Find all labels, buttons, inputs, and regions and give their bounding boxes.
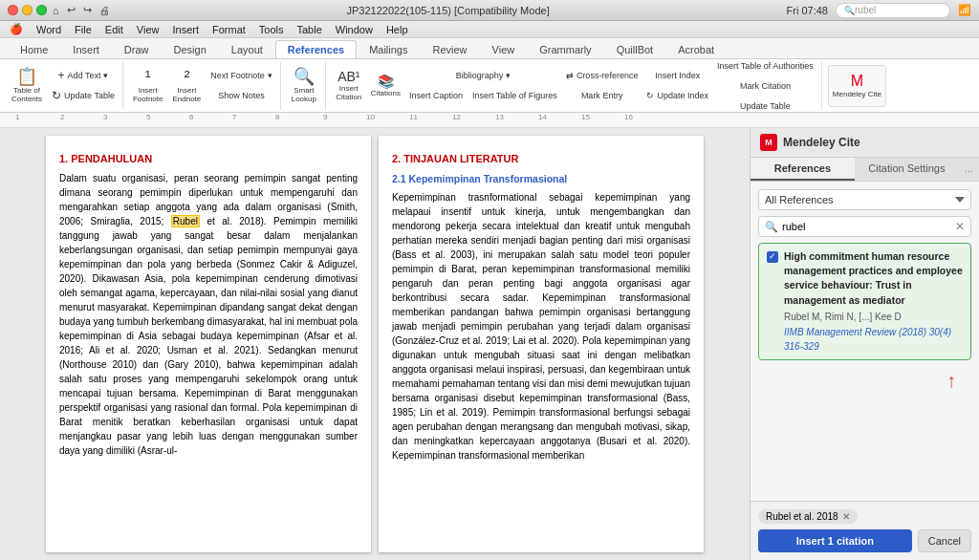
menu-apple[interactable]: 🍎: [4, 22, 29, 36]
mendeley-btn-icon: M: [851, 74, 863, 89]
print-icon[interactable]: 🖨: [99, 5, 110, 16]
insert-citation-button[interactable]: Insert 1 citation: [758, 529, 912, 552]
mark-entry-button[interactable]: Mark Entry: [562, 86, 642, 105]
citations-icon: 📚: [378, 75, 394, 88]
document-left-column[interactable]: 1. PENDAHULUAN Dalam suatu organisasi, p…: [46, 136, 371, 552]
tab-view[interactable]: View: [480, 40, 528, 58]
next-footnote-button[interactable]: Next Footnote ▾: [207, 66, 276, 85]
nav-icons: ⌂ ↩ ↪ 🖨: [53, 4, 110, 16]
ref-title: High commitment human resource managemen…: [784, 249, 963, 308]
menu-table[interactable]: Table: [292, 23, 328, 36]
show-notes-button[interactable]: Show Notes: [207, 86, 276, 105]
tab-review[interactable]: Review: [421, 40, 480, 58]
ref-card-content: ✓ High commitment human resource managem…: [767, 249, 963, 354]
cancel-button[interactable]: Cancel: [918, 529, 971, 552]
citations-button[interactable]: 📚 Citations: [367, 65, 404, 107]
update-table-authorities-button[interactable]: Update Table: [713, 97, 817, 114]
title-bar-right: Fri 07:48 🔍 rubel 📶: [787, 3, 971, 18]
insert-citation-label: InsertCitation: [336, 84, 361, 101]
left-column-text: Dalam suatu organisasi, peran seorang pe…: [59, 171, 358, 458]
mendeley-more-options[interactable]: ...: [959, 158, 979, 181]
ruler-mark: 16: [624, 113, 633, 121]
tab-quillbot[interactable]: QuillBot: [604, 40, 666, 58]
insert-index-button[interactable]: Insert Index: [642, 66, 712, 85]
menu-help[interactable]: Help: [381, 23, 414, 36]
ruler-mark: 3: [103, 113, 107, 121]
tab-design[interactable]: Design: [162, 40, 219, 58]
smart-lookup-button[interactable]: 🔍 SmartLookup: [287, 65, 321, 107]
clear-search-icon[interactable]: ✕: [955, 220, 965, 233]
add-text-label: Add Text: [68, 71, 101, 80]
forward-icon[interactable]: ↪: [83, 4, 92, 16]
ruler-mark: 12: [452, 113, 461, 121]
maximize-button[interactable]: [36, 5, 47, 15]
minimize-button[interactable]: [22, 5, 33, 15]
document-right-column[interactable]: 2. TINJAUAN LITERATUR 2.1 Kepemimpinan T…: [379, 136, 704, 552]
insert-authorities-button[interactable]: Insert Table of Authorities: [713, 59, 817, 75]
ref-checkbox[interactable]: ✓: [767, 251, 778, 263]
menu-tools[interactable]: Tools: [253, 23, 290, 36]
search-input[interactable]: [782, 221, 951, 232]
tab-insert[interactable]: Insert: [60, 40, 112, 58]
update-icon: ↻: [52, 90, 61, 101]
cross-reference-button[interactable]: ⇄ Cross-reference: [562, 66, 642, 85]
insert-figures-button[interactable]: Insert Table of Figures: [468, 86, 561, 105]
tab-grammarly[interactable]: Grammarly: [527, 40, 603, 58]
add-text-arrow: ▾: [103, 71, 108, 80]
ref-authors: Rubel M, Rimi N, [...] Kee D: [784, 311, 963, 325]
references-filter-select[interactable]: All References: [758, 189, 971, 210]
right-column-text: Kepemimpinan trasnformational sebagai ke…: [392, 190, 690, 463]
menu-view[interactable]: View: [131, 23, 165, 36]
tab-home[interactable]: Home: [8, 40, 60, 58]
menu-insert[interactable]: Insert: [166, 23, 205, 36]
mendeley-cite-button[interactable]: M Mendeley Cite: [828, 65, 886, 107]
mendeley-tabs-bar: References Citation Settings ...: [751, 158, 979, 182]
reference-card[interactable]: ✓ High commitment human resource managem…: [758, 243, 971, 360]
add-text-button[interactable]: + Add Text ▾: [48, 66, 119, 85]
mendeley-tab-references[interactable]: References: [751, 158, 855, 181]
toc-label: Table ofContents: [11, 86, 42, 103]
update-index-button[interactable]: ↻ Update Index: [642, 86, 712, 105]
menu-window[interactable]: Window: [330, 23, 379, 36]
menu-edit[interactable]: Edit: [99, 23, 129, 36]
ruler-mark: 9: [323, 113, 327, 121]
search-box: 🔍 ✕: [758, 216, 971, 237]
menu-word[interactable]: Word: [31, 23, 67, 36]
tab-mailings[interactable]: Mailings: [357, 40, 420, 58]
spotlight-search[interactable]: 🔍 rubel: [836, 3, 950, 18]
tab-layout[interactable]: Layout: [219, 40, 275, 58]
close-button[interactable]: [8, 5, 18, 15]
home-icon[interactable]: ⌂: [53, 5, 59, 16]
add-text-icon: +: [58, 70, 65, 81]
mendeley-tab-citation-settings[interactable]: Citation Settings: [855, 158, 959, 181]
update-table-button[interactable]: ↻ Update Table: [48, 86, 119, 105]
menu-bar: 🍎 Word File Edit View Insert Format Tool…: [0, 21, 979, 38]
insert-endnote-button[interactable]: ² InsertEndnote: [168, 65, 205, 107]
update-authorities-label: Update Table: [740, 101, 791, 111]
tab-acrobat[interactable]: Acrobat: [665, 40, 727, 58]
search-icon: 🔍: [765, 221, 778, 233]
back-icon[interactable]: ↩: [67, 4, 76, 16]
menu-file[interactable]: File: [69, 23, 98, 36]
bibliography-button[interactable]: Bibliography ▾: [405, 66, 561, 85]
section-title-tinjauan: 2. TINJAUAN LITERATUR: [392, 151, 690, 167]
mark-citation-button[interactable]: Mark Citation: [713, 76, 817, 96]
tab-draw[interactable]: Draw: [112, 40, 162, 58]
cross-reference-label: Cross-reference: [577, 71, 639, 80]
toc-button[interactable]: 📋 Table ofContents: [8, 65, 46, 107]
next-footnote-label: Next Footnote: [210, 71, 265, 80]
insert-footnote-button[interactable]: ¹ InsertFootnote: [129, 65, 167, 107]
authorities-label: Insert Table of Authorities: [717, 61, 814, 71]
ribbon: 📋 Table ofContents + Add Text ▾ ↻ Update…: [0, 59, 979, 113]
ribbon-bibliography-group: Bibliography ▾ Insert Caption Insert Tab…: [405, 66, 561, 105]
mendeley-panel-header: M Mendeley Cite: [751, 128, 979, 158]
tab-references[interactable]: References: [275, 40, 357, 58]
document-area: 1. PENDAHULUAN Dalam suatu organisasi, p…: [0, 128, 750, 560]
section-title-pendahuluan: 1. PENDAHULUAN: [59, 151, 358, 167]
menu-format[interactable]: Format: [207, 23, 251, 36]
remove-selected-ref[interactable]: ✕: [842, 511, 850, 522]
insert-caption-button[interactable]: Insert Caption: [405, 86, 467, 105]
insert-citation-button[interactable]: AB¹ InsertCitation: [332, 65, 366, 107]
ruler-mark: 1: [15, 113, 19, 121]
endnote-icon: ²: [184, 68, 189, 85]
